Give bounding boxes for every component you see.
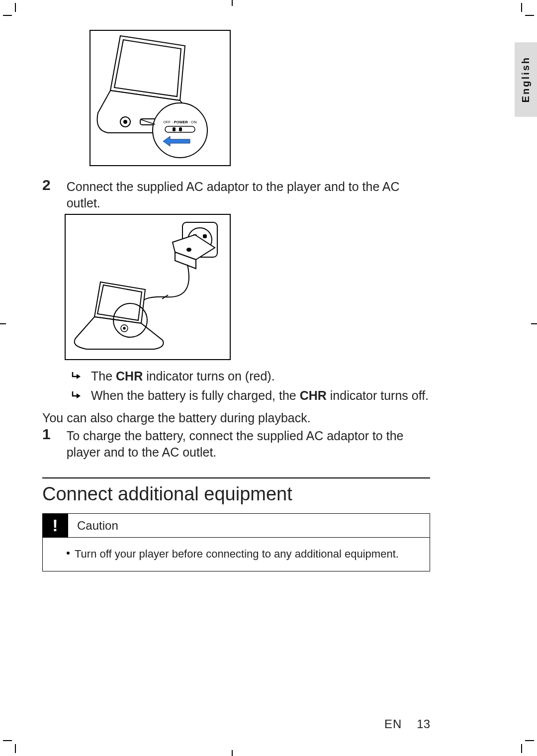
- page-number: 13: [417, 717, 430, 731]
- power-switch-illustration: OFF · POWER · ON: [90, 30, 231, 166]
- crop-mark: [525, 15, 534, 16]
- caution-label: Caution: [77, 519, 118, 533]
- crop-mark: [525, 740, 534, 741]
- result-arrow-icon: [71, 371, 82, 381]
- step-text: To charge the battery, connect the suppl…: [67, 427, 425, 460]
- list-item: When the battery is fully charged, the C…: [71, 387, 429, 404]
- step-text: Connect the supplied AC adaptor to the p…: [67, 178, 430, 211]
- section-rule: [42, 477, 430, 478]
- caution-text: Turn off your player before connecting t…: [75, 547, 399, 562]
- crop-mark: [3, 740, 12, 741]
- crop-mark: [232, 750, 233, 756]
- svg-rect-5: [173, 127, 176, 131]
- list-item: The CHR indicator turns on (red).: [71, 368, 429, 385]
- section-heading: Connect additional equipment: [42, 483, 292, 505]
- crop-mark: [232, 0, 233, 6]
- list-item-text: The CHR indicator turns on (red).: [91, 368, 275, 385]
- language-tab: English: [515, 42, 537, 117]
- crop-mark: [521, 3, 522, 12]
- step-1: 1 To charge the battery, connect the sup…: [42, 427, 430, 460]
- ac-adaptor-illustration: [65, 214, 231, 360]
- bullet-icon: [67, 552, 70, 555]
- svg-point-1: [124, 120, 127, 123]
- svg-rect-6: [179, 127, 182, 131]
- list-item-text: When the battery is fully charged, the C…: [91, 387, 429, 404]
- crop-mark: [0, 323, 6, 324]
- language-tab-label: English: [520, 56, 532, 102]
- power-switch-labels: OFF · POWER · ON: [163, 120, 196, 124]
- caution-box: ! Caution Turn off your player before co…: [42, 513, 430, 571]
- step-2: 2 Connect the supplied AC adaptor to the…: [42, 178, 430, 211]
- svg-rect-12: [203, 235, 206, 238]
- subheading: You can also charge the battery during p…: [42, 411, 311, 425]
- svg-point-22: [123, 327, 125, 329]
- crop-mark: [531, 323, 537, 324]
- exclamation-icon: !: [42, 513, 68, 537]
- crop-mark: [521, 744, 522, 753]
- footer-lang: EN: [384, 717, 402, 731]
- crop-mark: [3, 15, 12, 16]
- crop-mark: [15, 744, 16, 753]
- result-list: The CHR indicator turns on (red). When t…: [71, 368, 429, 407]
- crop-mark: [15, 3, 16, 12]
- page-footer: EN 13: [384, 717, 430, 731]
- result-arrow-icon: [71, 390, 82, 401]
- step-number: 2: [42, 178, 51, 192]
- svg-point-14: [187, 248, 191, 251]
- step-number: 1: [42, 427, 51, 442]
